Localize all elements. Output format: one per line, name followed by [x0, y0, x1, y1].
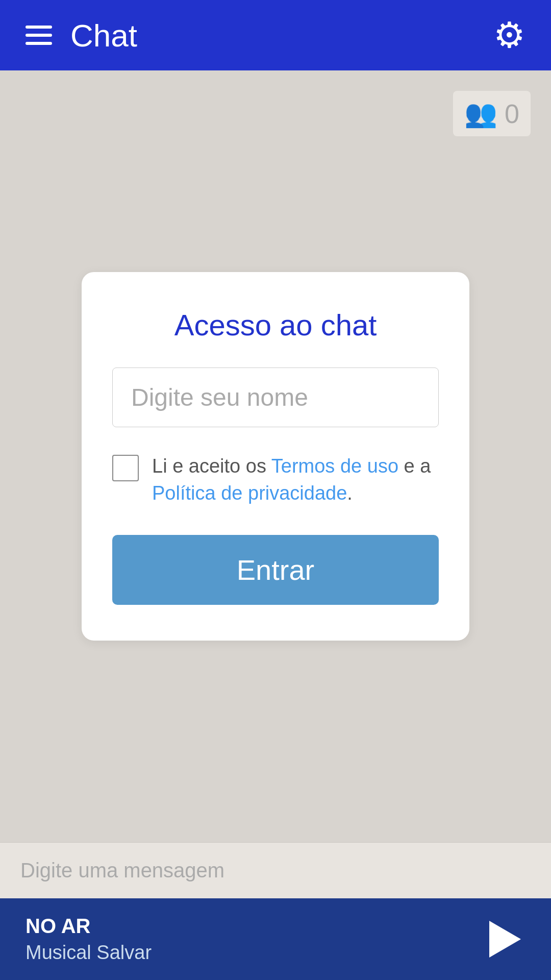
- play-button[interactable]: [485, 919, 525, 960]
- terms-checkbox[interactable]: [112, 455, 139, 481]
- chat-area: Acesso ao chat Li e aceito os Termos de …: [0, 70, 551, 842]
- main-content: 👥 0 Acesso ao chat Li e aceito os Termos…: [0, 70, 551, 898]
- hamburger-menu-icon[interactable]: [26, 26, 52, 45]
- chat-access-modal: Acesso ao chat Li e aceito os Termos de …: [82, 272, 469, 641]
- terms-of-use-link[interactable]: Termos de uso: [271, 455, 398, 477]
- bottom-bar: NO AR Musical Salvar: [0, 898, 551, 980]
- users-count: 0: [505, 99, 519, 129]
- message-bar[interactable]: Digite uma mensagem: [0, 842, 551, 898]
- header-title: Chat: [70, 17, 137, 54]
- message-placeholder: Digite uma mensagem: [20, 859, 224, 882]
- privacy-policy-link[interactable]: Política de privacidade: [152, 482, 347, 504]
- bottom-bar-info: NO AR Musical Salvar: [26, 915, 152, 964]
- terms-prefix: Li e aceito os: [152, 455, 271, 477]
- header-left: Chat: [26, 17, 137, 54]
- play-icon: [489, 921, 521, 958]
- modal-title: Acesso ao chat: [112, 308, 439, 342]
- program-name: Musical Salvar: [26, 942, 152, 964]
- users-badge: 👥 0: [453, 91, 531, 136]
- terms-text: Li e aceito os Termos de uso e a Polític…: [152, 453, 439, 507]
- enter-button[interactable]: Entrar: [112, 535, 439, 605]
- on-air-label: NO AR: [26, 915, 152, 938]
- app-header: Chat ⚙: [0, 0, 551, 70]
- group-icon: 👥: [464, 98, 497, 129]
- terms-row: Li e aceito os Termos de uso e a Polític…: [112, 453, 439, 507]
- terms-suffix: .: [347, 482, 353, 504]
- settings-icon[interactable]: ⚙: [493, 17, 525, 53]
- name-input[interactable]: [112, 368, 439, 427]
- terms-middle: e a: [398, 455, 431, 477]
